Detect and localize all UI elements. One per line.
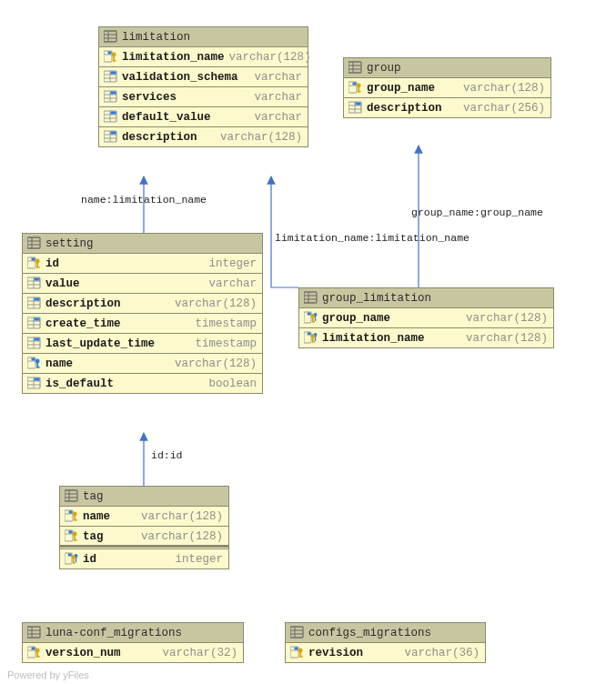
- column-type: varchar(32): [162, 647, 237, 659]
- column-icon: [348, 101, 362, 115]
- column-name: last_update_time: [45, 337, 155, 350]
- table-icon: [304, 291, 318, 305]
- table-header: limitation: [99, 27, 308, 47]
- column-name: description: [45, 297, 121, 310]
- table-setting: settingidintegervaluevarchardescriptionv…: [22, 233, 263, 394]
- primary-key-icon: [348, 81, 362, 95]
- table-header: tag: [60, 487, 228, 507]
- watermark: Powered by yFiles: [7, 669, 89, 680]
- table-icon: [27, 626, 41, 639]
- column-type: varchar(128): [141, 530, 223, 543]
- column-row: validation_schemavarchar: [99, 66, 308, 86]
- column-row: descriptionvarchar(128): [99, 126, 308, 146]
- column-row: descriptionvarchar(128): [23, 293, 262, 313]
- column-row: group_namevarchar(128): [344, 78, 550, 97]
- column-row: revisionvarchar(36): [286, 643, 485, 662]
- column-type: varchar(128): [141, 510, 223, 523]
- column-row: tagvarchar(128): [60, 526, 228, 546]
- column-name: tag: [83, 530, 104, 543]
- column-icon: [27, 377, 41, 390]
- column-icon: [27, 277, 41, 290]
- column-name: value: [45, 277, 80, 290]
- column-row: version_numvarchar(32): [23, 643, 243, 662]
- column-row: limitation_namevarchar(128): [99, 47, 308, 66]
- table-icon: [27, 236, 41, 250]
- column-row: servicesvarchar: [99, 86, 308, 106]
- column-icon: [27, 297, 41, 310]
- column-name: is_default: [45, 377, 114, 390]
- edge-label: limitation_name:limitation_name: [275, 232, 470, 244]
- column-type: varchar(256): [463, 102, 545, 115]
- primary-key-icon: [27, 646, 41, 659]
- primary-key-icon: [104, 50, 117, 64]
- column-name: description: [367, 102, 442, 115]
- column-type: varchar(128): [175, 357, 257, 370]
- column-icon: [104, 130, 117, 144]
- column-name: id: [45, 257, 59, 270]
- table-group: groupgroup_namevarchar(128)descriptionva…: [343, 57, 551, 118]
- primary-key-icon: [290, 646, 304, 659]
- column-icon: [104, 110, 117, 124]
- column-type: integer: [175, 553, 223, 566]
- column-name: name: [83, 510, 110, 523]
- table-title: group_limitation: [322, 292, 431, 305]
- table-limitation: limitationlimitation_namevarchar(128)val…: [98, 26, 308, 147]
- table-icon: [65, 489, 78, 503]
- table-tag: tagnamevarchar(128)tagvarchar(128)idinte…: [59, 486, 229, 569]
- table-luna-conf-migrations: luna-conf_migrationsversion_numvarchar(3…: [22, 622, 244, 663]
- column-type: timestamp: [195, 317, 257, 330]
- foreign-key-icon: [27, 357, 41, 370]
- column-row: default_valuevarchar: [99, 106, 308, 126]
- column-type: varchar(128): [466, 312, 548, 325]
- column-row: group_namevarchar(128): [299, 308, 553, 327]
- column-name: validation_schema: [122, 71, 238, 84]
- column-name: name: [45, 357, 73, 370]
- column-icon: [27, 337, 41, 350]
- table-header: configs_migrations: [286, 623, 485, 643]
- primary-key-icon: [65, 529, 78, 543]
- column-icon: [104, 90, 117, 104]
- column-name: group_name: [322, 312, 390, 325]
- table-icon: [290, 626, 304, 639]
- column-name: id: [83, 553, 96, 566]
- column-name: limitation_name: [122, 51, 225, 64]
- column-icon: [27, 317, 41, 330]
- table-header: luna-conf_migrations: [23, 623, 243, 643]
- column-name: default_value: [122, 111, 211, 124]
- column-type: varchar(128): [463, 82, 545, 95]
- column-type: varchar(128): [229, 51, 311, 64]
- edge-label: group_name:group_name: [411, 206, 543, 218]
- table-title: configs_migrations: [308, 627, 431, 639]
- primary-foreign-key-icon: [304, 331, 318, 345]
- table-title: tag: [83, 490, 104, 503]
- column-type: varchar: [254, 111, 302, 124]
- column-row: last_update_timetimestamp: [23, 333, 262, 353]
- column-name: version_num: [45, 647, 121, 659]
- column-row: idinteger: [23, 254, 262, 273]
- table-header: setting: [23, 234, 262, 254]
- primary-key-icon: [27, 256, 41, 270]
- table-header: group_limitation: [299, 288, 553, 308]
- table-title: setting: [45, 237, 94, 250]
- column-type: timestamp: [195, 337, 257, 350]
- primary-foreign-key-icon: [65, 552, 78, 566]
- column-row: namevarchar(128): [23, 353, 262, 373]
- column-name: revision: [308, 647, 363, 659]
- column-row: is_defaultboolean: [23, 373, 262, 393]
- column-type: varchar(128): [466, 332, 548, 345]
- column-type: varchar: [254, 71, 302, 84]
- column-row: valuevarchar: [23, 273, 262, 293]
- column-type: varchar: [208, 277, 257, 290]
- column-row: limitation_namevarchar(128): [299, 327, 553, 347]
- column-name: group_name: [367, 82, 435, 95]
- table-header: group: [344, 58, 550, 78]
- column-type: varchar: [254, 91, 302, 104]
- column-name: limitation_name: [322, 332, 425, 345]
- column-type: integer: [208, 257, 257, 270]
- edge-label: id:id: [151, 449, 183, 461]
- column-name: create_time: [45, 317, 121, 330]
- edge-label: name:limitation_name: [81, 194, 207, 206]
- table-title: group: [367, 62, 401, 75]
- table-title: luna-conf_migrations: [45, 627, 182, 639]
- column-type: boolean: [208, 377, 257, 390]
